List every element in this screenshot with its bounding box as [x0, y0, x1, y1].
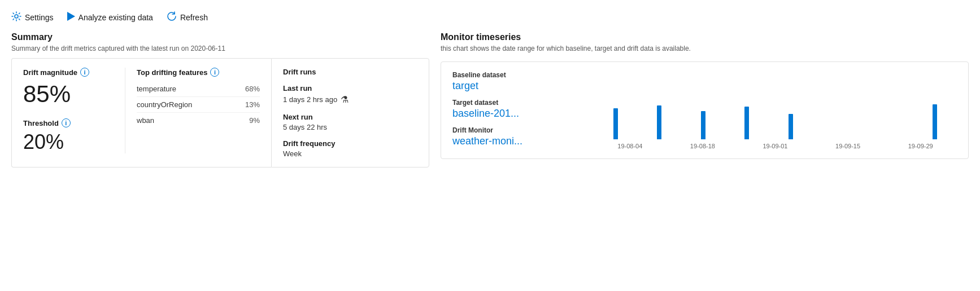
last-run-label: Last run [283, 84, 417, 92]
chart-bar [613, 108, 618, 139]
svg-marker-1 [67, 12, 75, 21]
runs-section: Drift runs Last run 1 days 2 hrs ago ⚗ N… [283, 68, 417, 158]
last-run-value: 1 days 2 hrs ago ⚗ [283, 94, 417, 105]
chart-bar-group [869, 94, 913, 139]
chart-bar [657, 105, 661, 139]
refresh-icon [167, 11, 177, 23]
feature-pct: 13% [245, 100, 260, 109]
monitor-title: Monitor timeseries [441, 32, 969, 42]
chart-bar-group [637, 94, 681, 139]
chart-bar-group [594, 94, 637, 139]
analyze-label: Analyze existing data [79, 13, 153, 22]
drift-magnitude-label: Drift magnitude i [23, 68, 125, 77]
chart-label: 19-09-15 [812, 143, 885, 149]
next-run-label: Next run [283, 113, 417, 121]
chart-labels: 19-08-04 19-08-18 19-09-01 19-09-15 19-0… [594, 143, 957, 149]
baseline-dataset-label: Baseline dataset [452, 71, 577, 79]
drift-monitor-label: Drift Monitor [452, 126, 577, 134]
drift-monitor-value[interactable]: weather-moni... [452, 135, 577, 147]
monitor-card: Baseline dataset target Target dataset b… [441, 61, 969, 159]
feature-name: temperature [137, 85, 176, 93]
threshold-label: Threshold i [23, 118, 125, 127]
svg-point-0 [15, 15, 18, 18]
features-list: temperature 68% countryOrRegion 13% wban… [137, 81, 260, 128]
chart-bar [789, 114, 793, 139]
settings-label: Settings [25, 13, 54, 22]
target-dataset-label: Target dataset [452, 99, 577, 107]
top-drifting-label: Top drifting features i [137, 68, 260, 77]
drift-left: Drift magnitude i 85% Threshold i 20% [23, 68, 125, 153]
chart-label: 19-09-01 [739, 143, 812, 149]
drift-magnitude-value: 85% [23, 81, 125, 107]
chart-bar [933, 104, 937, 139]
drift-runs-title: Drift runs [283, 68, 417, 76]
feature-name: countryOrRegion [137, 100, 192, 109]
summary-subtitle: Summary of the drift metrics captured wi… [11, 45, 429, 52]
next-run-value: 5 days 22 hrs [283, 123, 417, 131]
feature-pct: 9% [249, 116, 260, 125]
list-item: temperature 68% [137, 81, 260, 97]
analyze-button[interactable]: Analyze existing data [67, 12, 153, 23]
list-item: countryOrRegion 13% [137, 97, 260, 113]
threshold-info-icon[interactable]: i [62, 118, 71, 127]
chart-bar-group [769, 94, 812, 139]
left-panel: Summary Summary of the drift metrics cap… [11, 32, 429, 167]
target-dataset-value[interactable]: baseline-201... [452, 108, 577, 120]
threshold-value: 20% [23, 131, 125, 153]
top-drifting-info-icon[interactable]: i [210, 68, 219, 77]
drift-frequency-label: Drift frequency [283, 139, 417, 148]
chart-bar-group [913, 94, 957, 139]
summary-title: Summary [11, 32, 429, 42]
monitor-panel: Monitor timeseries this chart shows the … [441, 32, 969, 167]
chart-bar-group [725, 94, 768, 139]
monitor-subtitle: this chart shows the date range for whic… [441, 45, 969, 52]
chart-label: 19-08-04 [594, 143, 667, 149]
drift-frequency-value: Week [283, 149, 417, 158]
refresh-label: Refresh [180, 13, 208, 22]
drift-card: Drift magnitude i 85% Threshold i 20% [11, 58, 271, 167]
flask-icon: ⚗ [341, 94, 349, 105]
toolbar: Settings Analyze existing data Refresh [11, 6, 969, 32]
drift-right: Top drifting features i temperature 68% … [125, 68, 260, 153]
feature-pct: 68% [245, 85, 260, 93]
chart-bars [594, 94, 957, 139]
feature-name: wban [137, 116, 154, 125]
chart-bar-group [681, 94, 725, 139]
chart-bar [701, 111, 705, 139]
settings-icon [11, 11, 21, 23]
drift-card-inner: Drift magnitude i 85% Threshold i 20% [23, 68, 260, 153]
drift-magnitude-info-icon[interactable]: i [80, 68, 89, 77]
settings-button[interactable]: Settings [11, 11, 54, 23]
chart-label: 19-08-18 [667, 143, 739, 149]
refresh-button[interactable]: Refresh [167, 11, 208, 23]
chart-label: 19-09-29 [884, 143, 957, 149]
main-content: Summary Summary of the drift metrics cap… [11, 32, 969, 167]
chart-bar-group [826, 94, 869, 139]
monitor-labels: Baseline dataset target Target dataset b… [452, 71, 577, 149]
monitor-chart-area: 19-08-04 19-08-18 19-09-01 19-09-15 19-0… [594, 71, 957, 149]
drift-runs-card: Drift runs Last run 1 days 2 hrs ago ⚗ N… [271, 58, 429, 167]
list-item: wban 9% [137, 113, 260, 128]
analyze-icon [67, 12, 75, 23]
cards-row: Drift magnitude i 85% Threshold i 20% [11, 58, 429, 167]
chart-bar [744, 107, 749, 139]
baseline-dataset-value[interactable]: target [452, 80, 577, 92]
